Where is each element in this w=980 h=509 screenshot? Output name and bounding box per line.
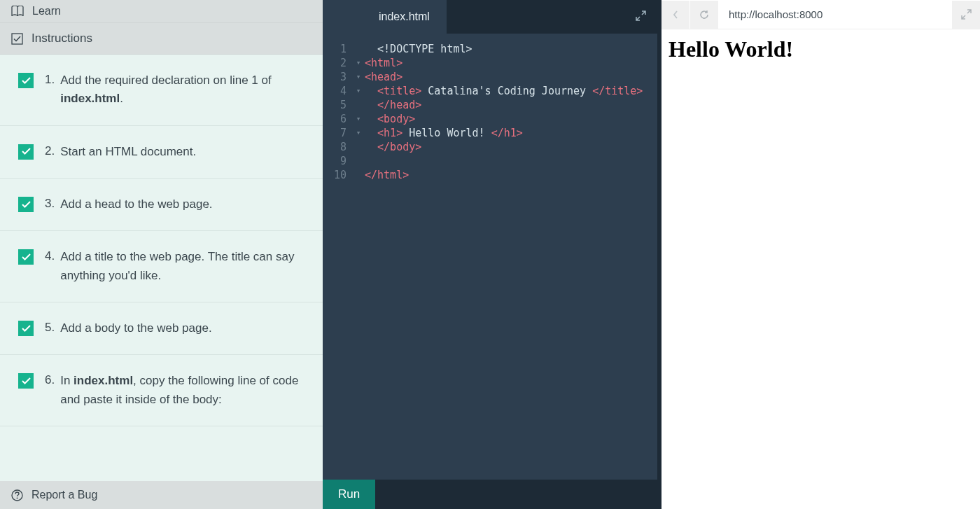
reload-button[interactable]	[690, 1, 718, 29]
code-line[interactable]: 6▾ <body>	[323, 112, 657, 126]
task-item: 5.Add a body to the web page.	[0, 302, 323, 355]
code-line[interactable]: 1 <!DOCTYPE html>	[323, 42, 657, 56]
expand-editor-button[interactable]	[631, 11, 650, 24]
fold-toggle[interactable]: ▾	[352, 56, 365, 70]
fold-toggle	[352, 140, 365, 154]
run-bar: Run	[323, 480, 657, 509]
task-text: Add a head to the web page.	[60, 195, 212, 214]
fold-toggle[interactable]: ▾	[352, 126, 365, 140]
task-number: 5.	[45, 321, 55, 337]
task-item: 2.Start an HTML document.	[0, 126, 323, 179]
line-number: 7	[323, 126, 352, 140]
instructions-label: Instructions	[31, 32, 92, 46]
line-number: 5	[323, 98, 352, 112]
task-checkbox[interactable]	[18, 249, 34, 265]
code-content: <h1> Hello World! </h1>	[365, 126, 523, 140]
line-number: 3	[323, 70, 352, 84]
task-checkbox[interactable]	[18, 197, 34, 212]
line-number: 2	[323, 56, 352, 70]
task-text: Add the required declaration on line 1 o…	[60, 71, 309, 109]
code-editor[interactable]: 1 <!DOCTYPE html>2▾<html>3▾<head>4▾ <tit…	[323, 34, 657, 480]
learn-label: Learn	[32, 5, 61, 18]
preview-panel: http://localhost:8000 Hello World!	[662, 0, 980, 509]
line-number: 8	[323, 140, 352, 154]
code-content: <html>	[365, 56, 402, 70]
code-content: <!DOCTYPE html>	[365, 42, 472, 56]
tab-bar-spacer	[447, 0, 631, 34]
task-list: 1.Add the required declaration on line 1…	[0, 55, 323, 509]
code-line[interactable]: 9	[323, 154, 657, 168]
report-bug-label: Report a Bug	[31, 489, 97, 501]
code-content: </html>	[365, 168, 409, 182]
task-number: 4.	[45, 249, 55, 285]
code-line[interactable]: 5 </head>	[323, 98, 657, 112]
code-line[interactable]: 10</html>	[323, 168, 657, 182]
run-button[interactable]: Run	[323, 480, 375, 509]
task-item: 4.Add a title to the web page. The title…	[0, 231, 323, 302]
task-checkbox[interactable]	[18, 144, 34, 160]
task-text: In index.html, copy the following line o…	[60, 372, 309, 409]
task-text: Start an HTML document.	[60, 143, 196, 161]
book-icon	[11, 6, 24, 17]
code-content: </body>	[365, 140, 421, 154]
task-checkbox[interactable]	[18, 321, 34, 336]
question-icon	[11, 489, 23, 501]
editor-tab-active[interactable]: index.html	[362, 0, 447, 34]
editor-tab-label: index.html	[379, 11, 430, 23]
fold-toggle	[352, 98, 365, 112]
preview-toolbar: http://localhost:8000	[662, 0, 980, 29]
run-label: Run	[338, 487, 360, 501]
task-number: 1.	[45, 73, 55, 109]
back-button[interactable]	[662, 1, 690, 29]
code-content: <title> Catalina's Coding Journey </titl…	[365, 84, 643, 98]
code-content: <head>	[365, 70, 402, 84]
fold-toggle	[352, 168, 365, 182]
task-item: 1.Add the required declaration on line 1…	[0, 55, 323, 126]
task-number: 3.	[45, 197, 55, 214]
line-number: 1	[323, 42, 352, 56]
instructions-header[interactable]: Instructions	[0, 22, 323, 54]
fold-toggle[interactable]: ▾	[352, 84, 365, 98]
left-header: Learn Instructions	[0, 0, 323, 55]
line-number: 4	[323, 84, 352, 98]
expand-preview-button[interactable]	[952, 1, 980, 29]
tab-left-pad	[323, 0, 362, 34]
task-number: 6.	[45, 373, 55, 409]
preview-url[interactable]: http://localhost:8000	[719, 8, 952, 20]
editor-panel: index.html 1 <!DOCTYPE html>2▾<html>3▾<h…	[323, 0, 657, 509]
line-number: 9	[323, 154, 352, 168]
task-text: Add a title to the web page. The title c…	[60, 248, 309, 285]
fold-toggle	[352, 42, 365, 56]
svg-rect-0	[12, 34, 22, 44]
code-line[interactable]: 8 </body>	[323, 140, 657, 154]
editor-tab-bar: index.html	[323, 0, 657, 34]
preview-content: Hello World!	[662, 29, 980, 69]
code-content: </head>	[365, 98, 421, 112]
code-line[interactable]: 4▾ <title> Catalina's Coding Journey </t…	[323, 84, 657, 98]
code-content: <body>	[365, 112, 415, 126]
task-checkbox[interactable]	[18, 73, 34, 88]
code-line[interactable]: 7▾ <h1> Hello World! </h1>	[323, 126, 657, 140]
task-number: 2.	[45, 144, 55, 161]
line-number: 6	[323, 112, 352, 126]
task-checkbox[interactable]	[18, 373, 34, 389]
learn-nav[interactable]: Learn	[0, 0, 323, 22]
checklist-icon	[11, 33, 23, 45]
svg-point-2	[17, 497, 18, 498]
instructions-panel: Learn Instructions 1.Add the required de…	[0, 0, 323, 509]
task-item: 6.In index.html, copy the following line…	[0, 355, 323, 426]
code-line[interactable]: 2▾<html>	[323, 56, 657, 70]
report-bug-link[interactable]: Report a Bug	[0, 481, 323, 509]
fold-toggle[interactable]: ▾	[352, 112, 365, 126]
line-number: 10	[323, 168, 352, 182]
task-item: 3.Add a head to the web page.	[0, 179, 323, 231]
fold-toggle	[352, 154, 365, 168]
preview-heading: Hello World!	[668, 36, 973, 62]
fold-toggle[interactable]: ▾	[352, 70, 365, 84]
code-line[interactable]: 3▾<head>	[323, 70, 657, 84]
task-text: Add a body to the web page.	[60, 319, 211, 337]
